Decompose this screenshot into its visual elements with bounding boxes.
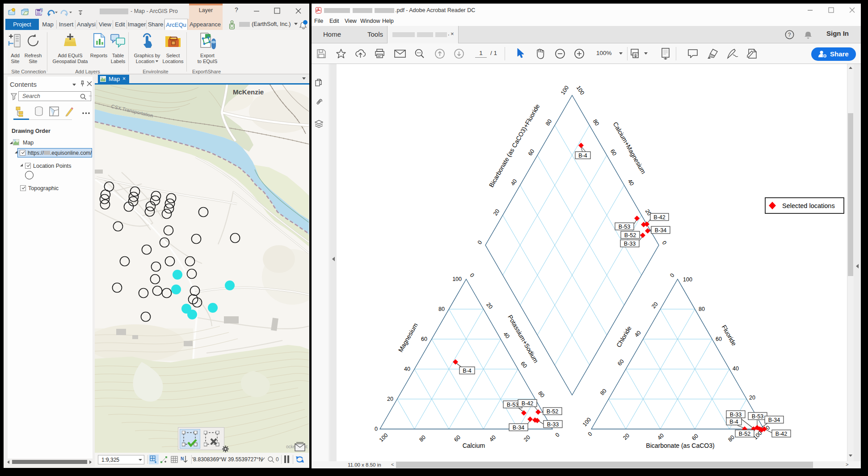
svg-text:B-53: B-53 xyxy=(619,224,630,230)
svg-text:20: 20 xyxy=(485,302,494,310)
svg-text:80: 80 xyxy=(699,306,705,312)
svg-text:100: 100 xyxy=(452,276,462,282)
svg-text:60: 60 xyxy=(527,148,535,157)
svg-text:20: 20 xyxy=(749,395,755,401)
svg-text:B-33: B-33 xyxy=(730,412,742,418)
svg-text:Potassium+Sodium: Potassium+Sodium xyxy=(506,314,539,364)
svg-text:Calcium: Calcium xyxy=(463,442,485,449)
svg-text:40: 40 xyxy=(510,178,518,187)
svg-text:B-4: B-4 xyxy=(729,419,738,425)
svg-text:B-33: B-33 xyxy=(547,421,559,428)
svg-text:60: 60 xyxy=(519,361,528,370)
svg-text:Selected locations: Selected locations xyxy=(782,202,835,209)
svg-text:100: 100 xyxy=(683,276,692,283)
svg-text:N: N xyxy=(181,456,184,461)
svg-text:100: 100 xyxy=(560,85,570,96)
svg-text:20: 20 xyxy=(650,301,659,310)
svg-text:80: 80 xyxy=(418,434,427,443)
svg-text:0: 0 xyxy=(661,240,668,246)
svg-text:60: 60 xyxy=(716,336,722,342)
svg-text:B-34: B-34 xyxy=(768,417,780,423)
svg-text:60: 60 xyxy=(421,336,427,342)
svg-text:40: 40 xyxy=(502,331,511,340)
svg-text:60: 60 xyxy=(453,434,462,443)
svg-text:B-42: B-42 xyxy=(522,400,533,407)
svg-text:B-4: B-4 xyxy=(463,368,472,374)
svg-text:Magnesium: Magnesium xyxy=(397,322,419,353)
svg-text:40: 40 xyxy=(733,366,739,372)
svg-text:B-42: B-42 xyxy=(653,214,665,221)
svg-text:80: 80 xyxy=(537,390,546,399)
svg-text:0: 0 xyxy=(476,239,484,245)
svg-text:B-33: B-33 xyxy=(624,241,636,247)
svg-text:B-52: B-52 xyxy=(739,431,750,437)
svg-text:20: 20 xyxy=(492,208,501,217)
svg-text:40: 40 xyxy=(627,178,635,187)
svg-text:40: 40 xyxy=(656,432,665,441)
svg-text:B-4: B-4 xyxy=(578,153,587,159)
svg-text:0: 0 xyxy=(468,272,475,278)
svg-text:40: 40 xyxy=(488,434,497,443)
svg-text:McKenzie: McKenzie xyxy=(233,88,264,96)
svg-text:20: 20 xyxy=(387,396,393,402)
svg-text:40: 40 xyxy=(633,330,642,339)
svg-text:B-42: B-42 xyxy=(775,431,787,437)
svg-text:0: 0 xyxy=(554,432,561,438)
svg-text:0: 0 xyxy=(669,272,675,278)
svg-text:20: 20 xyxy=(522,434,531,443)
svg-text:20: 20 xyxy=(622,432,631,441)
svg-text:80: 80 xyxy=(438,306,445,312)
svg-text:B-53: B-53 xyxy=(507,402,518,408)
svg-text:B-52: B-52 xyxy=(547,408,558,415)
svg-text:B-53: B-53 xyxy=(752,413,763,420)
svg-text:80: 80 xyxy=(599,388,608,397)
svg-text:40: 40 xyxy=(404,366,410,372)
svg-text:B-34: B-34 xyxy=(655,227,666,234)
svg-text:60: 60 xyxy=(616,358,625,367)
svg-text:Chloride: Chloride xyxy=(615,325,633,348)
svg-text:100: 100 xyxy=(378,432,389,443)
svg-text:60: 60 xyxy=(691,433,699,442)
svg-text:80: 80 xyxy=(592,118,600,127)
svg-text:0: 0 xyxy=(375,426,378,432)
svg-text:0: 0 xyxy=(587,431,594,438)
svg-text:80: 80 xyxy=(727,434,736,443)
svg-text:B-34: B-34 xyxy=(513,425,524,431)
svg-text:Fluoride: Fluoride xyxy=(721,324,738,347)
svg-text:100: 100 xyxy=(581,416,592,428)
svg-text:60: 60 xyxy=(609,148,618,157)
svg-text:100: 100 xyxy=(575,85,586,96)
svg-text:0: 0 xyxy=(276,456,279,463)
svg-text:B-52: B-52 xyxy=(624,232,636,238)
svg-text:?: ? xyxy=(788,32,791,38)
svg-text:Calcium+Magnesium: Calcium+Magnesium xyxy=(612,121,647,175)
svg-text:Bicarbonate (as CaCO3)+Fluorid: Bicarbonate (as CaCO3)+Fluoride xyxy=(488,102,541,188)
svg-text:80: 80 xyxy=(544,118,553,127)
svg-text:Bicarbonate (as CaCO3): Bicarbonate (as CaCO3) xyxy=(646,442,714,449)
